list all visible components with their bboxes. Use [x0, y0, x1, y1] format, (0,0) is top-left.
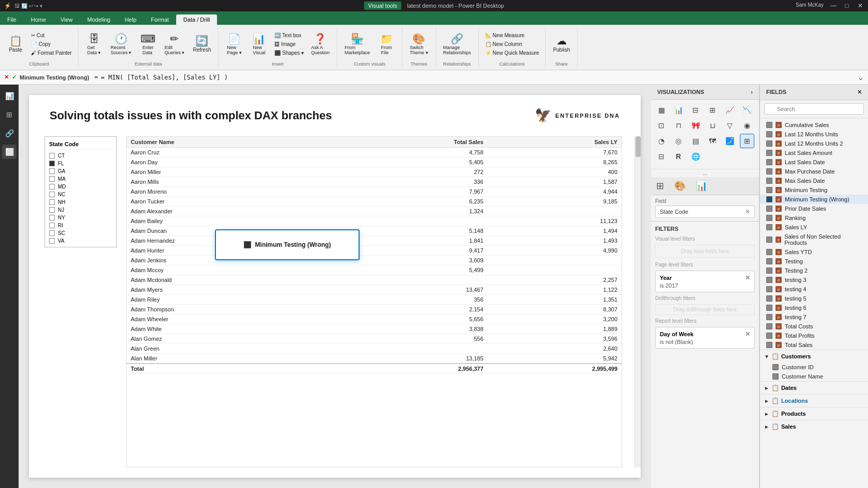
new-page-button[interactable]: 📄 NewPage ▾: [223, 32, 245, 57]
stacked-bar-icon[interactable]: ▦: [654, 103, 669, 117]
slicer-item[interactable]: NH: [47, 198, 114, 206]
field-item[interactable]: σ testing 5: [760, 294, 868, 303]
maximize-button[interactable]: □: [843, 2, 850, 9]
field-group[interactable]: ►📋Dates: [760, 381, 868, 394]
field-item[interactable]: σ Sales YTD: [760, 247, 868, 257]
tab-help[interactable]: Help: [117, 14, 144, 25]
tab-format[interactable]: Format: [144, 14, 176, 25]
field-item[interactable]: σ Last Sales Amount: [760, 148, 868, 158]
tab-view[interactable]: View: [53, 14, 80, 25]
field-item[interactable]: σ Last 12 Months Units: [760, 130, 868, 139]
new-column-button[interactable]: 📋 New Column: [483, 40, 541, 48]
text-box-button[interactable]: 🔤 Text box: [272, 32, 305, 39]
pie-viz-icon[interactable]: ◔: [654, 134, 669, 148]
sidebar-visual-icon[interactable]: ⬜: [2, 145, 17, 159]
filled-map-viz-icon[interactable]: 🗾: [723, 134, 737, 148]
paste-button[interactable]: 📋 Paste: [4, 34, 27, 54]
formula-input[interactable]: [101, 74, 854, 81]
window-controls[interactable]: Sam McKay — □ ✕: [796, 2, 864, 9]
sidebar-report-icon[interactable]: 📊: [2, 89, 17, 103]
matrix-viz-icon[interactable]: ⊟: [654, 149, 669, 164]
new-measure-button[interactable]: 📐 New Measure: [483, 32, 541, 39]
line-clustered-icon[interactable]: ⊓: [671, 118, 686, 133]
donut-viz-icon[interactable]: ◎: [671, 134, 686, 148]
from-marketplace-button[interactable]: 🏪 FromMarketplace: [342, 32, 373, 57]
slicer-item[interactable]: MA: [47, 175, 114, 183]
year-filter[interactable]: Year ✕ is 2017: [655, 271, 755, 292]
field-item[interactable]: σ testing 6: [760, 303, 868, 312]
cut-button[interactable]: ✂ Cut: [29, 32, 74, 39]
field-group[interactable]: ►📋Locations: [760, 394, 868, 407]
fields-panel-close-icon[interactable]: ✕: [857, 89, 862, 96]
field-item[interactable]: σ Testing: [760, 257, 868, 266]
field-item[interactable]: σ Total Sales: [760, 340, 868, 350]
clustered-column-icon[interactable]: ⊞: [705, 103, 720, 117]
field-item[interactable]: σ Minimum Testing: [760, 185, 868, 195]
line-stacked-icon[interactable]: ⊡: [654, 118, 669, 133]
field-item[interactable]: σ Minimum Testing (Wrong): [760, 195, 868, 204]
field-item[interactable]: Customer Name: [760, 372, 868, 381]
refresh-button[interactable]: 🔄 Refresh: [190, 34, 214, 54]
field-group[interactable]: ►📋Sales: [760, 420, 868, 433]
switch-theme-button[interactable]: 🎨 SwitchTheme ▾: [407, 32, 431, 57]
new-quick-measure-button[interactable]: ⚡ New Quick Measure: [483, 49, 541, 57]
slicer-item[interactable]: MD: [47, 183, 114, 191]
funnel-viz-icon[interactable]: ▽: [723, 118, 737, 133]
line-chart-viz-icon[interactable]: 📈: [723, 103, 737, 117]
field-item[interactable]: σ Max Sales Date: [760, 176, 868, 185]
scatter-viz-icon[interactable]: ◉: [740, 118, 754, 133]
fields-search-input[interactable]: [764, 103, 864, 115]
drag-fields-label[interactable]: Drag data fields here: [655, 245, 755, 258]
slicer-item[interactable]: FL: [47, 160, 114, 167]
new-visual-button[interactable]: 📊 NewVisual: [247, 32, 270, 57]
field-item[interactable]: σ Prior Date Sales: [760, 204, 868, 213]
field-item[interactable]: σ Sales of Non Selected Products: [760, 232, 868, 247]
map-viz-icon[interactable]: 🗺: [705, 134, 720, 148]
edit-queries-button[interactable]: ✏ EditQueries ▾: [161, 32, 188, 57]
stacked-column-icon[interactable]: 📊: [671, 103, 686, 117]
field-item[interactable]: σ Cumulative Sales: [760, 120, 868, 130]
formula-expand-icon[interactable]: ⌄: [857, 72, 864, 82]
sidebar-data-icon[interactable]: ⊞: [2, 107, 17, 122]
drag-drillthrough-label[interactable]: Drag drillthrough fields here: [655, 304, 755, 315]
field-item[interactable]: σ Last 12 Months Units 2: [760, 139, 868, 148]
field-drop-x-icon[interactable]: ✕: [745, 208, 750, 215]
field-item[interactable]: σ Testing 2: [760, 266, 868, 275]
slicer-item[interactable]: NJ: [47, 206, 114, 214]
recent-sources-button[interactable]: 🕐 RecentSources ▾: [107, 32, 135, 57]
globe-icon[interactable]: 🌐: [688, 149, 703, 164]
viz-format-tab[interactable]: 🎨: [669, 177, 691, 195]
enter-data-button[interactable]: ⌨ EnterData: [136, 32, 159, 57]
slicer-item[interactable]: RI: [47, 222, 114, 229]
close-button[interactable]: ✕: [857, 2, 864, 9]
scroll-bar[interactable]: [634, 136, 641, 467]
tab-data-drill[interactable]: Data / Drill: [176, 14, 217, 25]
minimize-button[interactable]: —: [830, 2, 837, 9]
field-item[interactable]: σ Ranking: [760, 213, 868, 223]
ribbon-chart-icon[interactable]: 🎀: [688, 118, 703, 133]
from-file-button[interactable]: 📁 FromFile: [375, 32, 398, 57]
viz-expand-icon[interactable]: ›: [751, 89, 753, 95]
ask-question-button[interactable]: ❓ Ask AQuestion: [308, 32, 333, 57]
slicer-item[interactable]: NY: [47, 214, 114, 222]
field-item[interactable]: Customer ID: [760, 363, 868, 372]
field-drop-zone[interactable]: State Code ✕: [655, 206, 755, 218]
field-group[interactable]: ►📋Products: [760, 407, 868, 420]
shapes-button[interactable]: ⬛ Shapes ▾: [272, 49, 305, 57]
slicer-item[interactable]: VA: [47, 237, 114, 245]
sidebar-model-icon[interactable]: 🔗: [2, 126, 17, 140]
day-of-week-filter[interactable]: Day of Week ✕ is not (Blank): [655, 327, 755, 349]
table-viz-icon[interactable]: ⊞: [740, 134, 754, 148]
card-visual[interactable]: Minimum Testing (Wrong): [215, 229, 360, 260]
image-button[interactable]: 🖼 Image: [272, 40, 305, 48]
waterfall-viz-icon[interactable]: ⊔: [705, 118, 720, 133]
tab-file[interactable]: File: [0, 14, 24, 25]
slicer-item[interactable]: NC: [47, 191, 114, 198]
field-item[interactable]: σ testing 3: [760, 275, 868, 285]
format-painter-button[interactable]: 🖌 Format Painter: [29, 49, 74, 57]
viz-analytics-tab[interactable]: 📊: [691, 177, 712, 195]
field-item[interactable]: σ testing 7: [760, 312, 868, 322]
r-script-icon[interactable]: R: [671, 149, 686, 164]
dow-filter-x-icon[interactable]: ✕: [745, 330, 750, 338]
treemap-viz-icon[interactable]: ▤: [688, 134, 703, 148]
